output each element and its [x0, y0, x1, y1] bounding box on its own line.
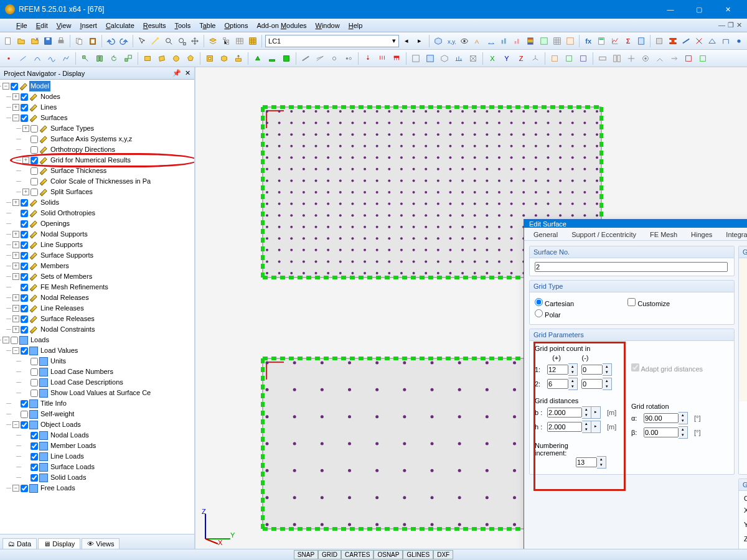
- grid-icon[interactable]: [247, 35, 258, 47]
- tab-support[interactable]: Support / Eccentricity: [566, 229, 642, 240]
- status-glines[interactable]: GLINES: [403, 550, 433, 559]
- support-surf-icon[interactable]: [280, 52, 293, 65]
- view-side-icon[interactable]: [577, 52, 590, 65]
- lc-next-icon[interactable]: ▸: [414, 35, 425, 47]
- move-icon[interactable]: [79, 52, 92, 65]
- result-bar1-icon[interactable]: [499, 35, 510, 47]
- navigator-tree[interactable]: −Model +Nodes +Lines −Surfaces +Surface …: [0, 80, 194, 534]
- status-osnap[interactable]: OSNAP: [374, 550, 403, 559]
- undo-icon[interactable]: [105, 35, 116, 47]
- nav-close-icon[interactable]: ✕: [185, 69, 190, 77]
- tree-units[interactable]: Units: [49, 356, 67, 366]
- menu-calculate[interactable]: Calculate: [102, 21, 138, 30]
- tree-line-rel[interactable]: Line Releases: [39, 303, 85, 314]
- tree-line-loads[interactable]: Line Loads: [49, 451, 85, 462]
- tree-nodal-con[interactable]: Nodal Constraints: [39, 324, 96, 335]
- menu-options[interactable]: Options: [220, 21, 251, 30]
- tree-loads[interactable]: Loads: [29, 335, 50, 345]
- shape-member-icon[interactable]: [680, 35, 692, 47]
- solid-icon[interactable]: [218, 52, 230, 65]
- result-a-icon[interactable]: A: [472, 35, 483, 47]
- tree-surface-axis[interactable]: Surface Axis Systems x,y,z: [49, 134, 133, 144]
- tree-femesh[interactable]: FE Mesh Refinements: [39, 282, 110, 292]
- navtab-data[interactable]: 🗂Data: [2, 538, 37, 549]
- result-eye-icon[interactable]: [459, 35, 470, 47]
- book-icon[interactable]: [636, 35, 647, 47]
- status-snap[interactable]: SNAP: [294, 550, 318, 559]
- zoom-icon[interactable]: [162, 35, 174, 47]
- tree-line-sup[interactable]: Line Supports: [39, 240, 84, 250]
- tree-solid-ortho[interactable]: Solid Orthotropies: [39, 208, 96, 218]
- surf-rect-icon[interactable]: [141, 52, 154, 65]
- tree-lc-num[interactable]: Load Case Numbers: [49, 366, 115, 377]
- surface-no-input[interactable]: [535, 262, 728, 272]
- release-icon[interactable]: [342, 52, 355, 65]
- misc-3-icon[interactable]: [625, 52, 637, 65]
- navtab-views[interactable]: 👁Views: [82, 538, 120, 549]
- opening-icon[interactable]: [204, 52, 216, 65]
- tree-lc-desc[interactable]: Load Case Descriptions: [49, 377, 125, 388]
- wand-icon[interactable]: [149, 35, 161, 47]
- print-icon[interactable]: [55, 35, 67, 47]
- tree-obj-loads[interactable]: Object Loads: [39, 419, 82, 430]
- tree-surf-rel[interactable]: Surface Releases: [39, 314, 96, 324]
- menu-window[interactable]: Window: [312, 21, 344, 30]
- lc-prev-icon[interactable]: ◂: [401, 35, 412, 47]
- chk-model[interactable]: [11, 83, 18, 90]
- navtab-display[interactable]: 🖥Display: [38, 538, 80, 549]
- tree-nodes[interactable]: Nodes: [39, 91, 62, 102]
- misc-5-icon[interactable]: [654, 52, 666, 65]
- load1-icon[interactable]: [362, 52, 374, 65]
- shape-cube-icon[interactable]: [654, 35, 665, 47]
- result-mesh-icon[interactable]: [552, 35, 563, 47]
- redo-icon[interactable]: [118, 35, 129, 47]
- dialog-titlebar[interactable]: Edit Surface ✕: [524, 220, 747, 228]
- mdi-min-icon[interactable]: —: [718, 21, 725, 29]
- misc-6-icon[interactable]: [668, 52, 680, 65]
- misc-7-icon[interactable]: [682, 52, 695, 65]
- misc-4-icon[interactable]: [639, 52, 652, 65]
- result-legend-icon[interactable]: [525, 35, 536, 47]
- menu-tools[interactable]: Tools: [171, 21, 194, 30]
- tree-grid-numerical[interactable]: Grid for Numerical Results: [49, 155, 132, 166]
- minimize-button[interactable]: —: [656, 0, 685, 19]
- tree-members[interactable]: Members: [39, 261, 70, 271]
- radio-cartesian[interactable]: Cartesian: [535, 298, 574, 307]
- hinge-icon[interactable]: [328, 52, 341, 65]
- axis-xyz-icon[interactable]: [529, 52, 542, 65]
- menu-help[interactable]: Help: [345, 21, 367, 30]
- load3-icon[interactable]: [390, 52, 403, 65]
- load2-icon[interactable]: [376, 52, 388, 65]
- tree-load-vals[interactable]: Load Values: [39, 345, 79, 356]
- result-dx-icon[interactable]: [485, 35, 496, 47]
- tree-surf-loads[interactable]: Surface Loads: [49, 462, 96, 472]
- menu-edit[interactable]: Edit: [32, 21, 52, 30]
- layers-icon[interactable]: [207, 35, 218, 47]
- misc-2-icon[interactable]: [611, 52, 623, 65]
- menu-file[interactable]: File: [12, 21, 31, 30]
- member-icon[interactable]: [299, 52, 312, 65]
- tree-lines[interactable]: Lines: [39, 102, 58, 113]
- open-icon[interactable]: [16, 35, 27, 47]
- tree-color-scale[interactable]: Color Scale of Thicknesses in Pa: [49, 176, 152, 187]
- status-cartes[interactable]: CARTES: [341, 550, 374, 559]
- tree-surfaces[interactable]: Surfaces: [39, 113, 68, 123]
- arc-icon[interactable]: [31, 52, 44, 65]
- tab-hinges[interactable]: Hinges: [685, 229, 718, 240]
- misc-1-icon[interactable]: [596, 52, 609, 65]
- tree-surface-types[interactable]: Surface Types: [49, 123, 95, 134]
- tree-ortho-dir[interactable]: Orthotropy Directions: [49, 144, 116, 155]
- menu-insert[interactable]: Insert: [76, 21, 101, 30]
- toggle-1-icon[interactable]: [410, 52, 422, 65]
- result-xyz-icon[interactable]: x,y,z: [446, 35, 457, 47]
- viewport[interactable]: Y Z X Edit Surface ✕ General Support / E…: [195, 67, 747, 549]
- tree-title-info[interactable]: Title Info: [39, 398, 68, 409]
- expand-icon[interactable]: −: [2, 83, 9, 90]
- tree-nodal-sup[interactable]: Nodal Supports: [39, 229, 89, 240]
- pin-icon[interactable]: 📌: [172, 69, 181, 77]
- poly-icon[interactable]: [60, 52, 72, 65]
- tree-nodal-loads[interactable]: Nodal Loads: [49, 430, 90, 441]
- tree-icon[interactable]: [220, 35, 232, 47]
- sigma-icon[interactable]: Σ: [622, 35, 634, 47]
- beta-input[interactable]: [644, 427, 679, 437]
